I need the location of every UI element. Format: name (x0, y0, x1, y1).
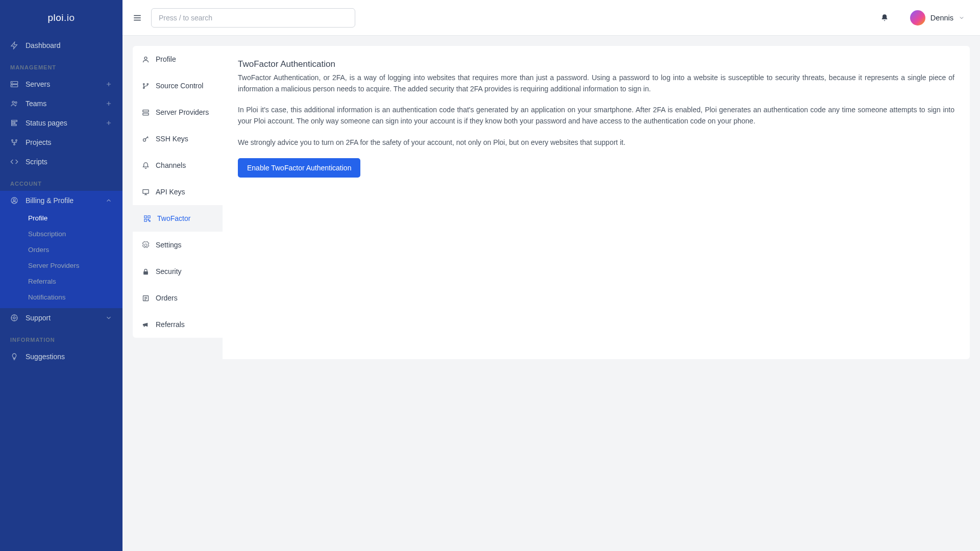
sec-item-twofactor[interactable]: TwoFactor (133, 205, 223, 232)
svg-point-16 (147, 83, 149, 85)
sidebar-item-label: Suggestions (26, 353, 65, 361)
chevron-down-icon (105, 314, 112, 321)
intro-paragraph-1: TwoFactor Authentication, or 2FA, is a w… (238, 72, 954, 94)
user-icon (142, 56, 150, 63)
sub-item-notifications[interactable]: Notifications (0, 289, 122, 305)
dashboard-icon (10, 41, 18, 49)
sec-item-label: Channels (156, 161, 186, 169)
sec-item-label: Source Control (156, 82, 203, 90)
avatar (910, 10, 925, 26)
qrcode-icon (143, 215, 151, 222)
sidebar-item-status-pages[interactable]: Status pages (0, 113, 122, 133)
svg-point-13 (144, 57, 147, 59)
svg-point-3 (12, 86, 13, 86)
sec-item-channels[interactable]: Channels (133, 152, 223, 179)
users-icon (10, 99, 18, 108)
chevron-up-icon (105, 197, 112, 204)
chevron-down-icon (959, 15, 965, 21)
logo-text-2: .io (64, 12, 75, 23)
sub-item-server-providers[interactable]: Server Providers (0, 258, 122, 273)
sec-item-label: Security (156, 267, 182, 276)
username: Dennis (930, 14, 953, 22)
enable-2fa-button[interactable]: Enable TwoFactor Authentication (238, 158, 360, 178)
sidebar-item-servers[interactable]: Servers (0, 74, 122, 94)
sidebar-item-scripts[interactable]: Scripts (0, 152, 122, 171)
svg-rect-17 (143, 110, 149, 112)
lock-icon (142, 268, 150, 276)
intro-paragraph-3: We strongly advice you to turn on 2FA fo… (238, 137, 954, 148)
logo[interactable]: ploi.io (0, 0, 122, 36)
sidebar-item-dashboard[interactable]: Dashboard (0, 36, 122, 55)
status-icon (10, 119, 18, 127)
support-icon (10, 314, 18, 322)
sec-item-security[interactable]: Security (133, 258, 223, 285)
intro-paragraph-2: In Ploi it's case, this additional infor… (238, 105, 954, 127)
billing-sub-items: Profile Subscription Orders Server Provi… (0, 210, 122, 308)
user-menu[interactable]: Dennis (910, 10, 965, 26)
git-branch-icon (142, 82, 150, 90)
sec-item-api-keys[interactable]: API Keys (133, 179, 223, 205)
svg-point-14 (143, 83, 145, 85)
svg-rect-20 (143, 189, 149, 193)
sec-item-orders[interactable]: Orders (133, 285, 223, 311)
svg-rect-18 (143, 113, 149, 115)
sec-item-ssh-keys[interactable]: SSH Keys (133, 126, 223, 152)
svg-point-2 (12, 83, 13, 83)
section-account: ACCOUNT (0, 171, 122, 191)
svg-point-15 (143, 87, 145, 89)
lightbulb-icon (10, 353, 18, 361)
svg-rect-22 (148, 215, 150, 217)
sidebar-item-billing-profile[interactable]: Billing & Profile (0, 191, 122, 210)
sec-item-source-control[interactable]: Source Control (133, 72, 223, 99)
server-icon (142, 109, 150, 116)
logo-text-1: ploi (47, 12, 64, 23)
secondary-sidebar: Profile Source Control Server Providers … (133, 46, 223, 338)
svg-point-12 (13, 317, 15, 319)
content-row: Profile Source Control Server Providers … (122, 36, 980, 551)
sidebar-item-support[interactable]: Support (0, 308, 122, 328)
list-icon (142, 294, 150, 302)
sidebar-item-suggestions[interactable]: Suggestions (0, 347, 122, 366)
section-management: MANAGEMENT (0, 55, 122, 74)
monitor-icon (142, 188, 150, 196)
sidebar-item-projects[interactable]: Projects (0, 133, 122, 152)
svg-point-6 (12, 140, 13, 141)
sec-item-label: Referrals (156, 320, 185, 329)
code-icon (10, 158, 18, 166)
user-circle-icon (10, 196, 18, 205)
sec-item-label: Settings (156, 241, 182, 249)
sidebar-item-label: Scripts (26, 158, 47, 166)
sidebar-item-label: Teams (26, 99, 46, 108)
sub-item-profile[interactable]: Profile (0, 210, 122, 226)
search-input[interactable] (151, 8, 355, 28)
sec-item-server-providers[interactable]: Server Providers (133, 99, 223, 126)
svg-rect-21 (144, 215, 146, 217)
key-icon (142, 135, 150, 143)
svg-rect-23 (144, 219, 146, 221)
svg-rect-24 (143, 271, 148, 274)
sec-item-settings[interactable]: Settings (133, 232, 223, 258)
plus-icon[interactable] (105, 81, 112, 88)
page-title: TwoFactor Authentication (238, 59, 954, 69)
sub-item-orders[interactable]: Orders (0, 242, 122, 258)
sec-item-profile[interactable]: Profile (133, 46, 223, 72)
sec-item-label: API Keys (156, 188, 185, 196)
sec-item-label: TwoFactor (157, 214, 190, 222)
svg-point-8 (14, 144, 15, 145)
sec-item-label: Profile (156, 55, 176, 63)
sidebar-item-label: Dashboard (26, 41, 61, 49)
bell-icon[interactable] (880, 14, 889, 22)
sec-item-label: Orders (156, 294, 178, 302)
sec-item-referrals[interactable]: Referrals (133, 311, 223, 338)
sub-item-subscription[interactable]: Subscription (0, 226, 122, 242)
svg-point-5 (15, 102, 17, 103)
menu-toggle-icon[interactable] (133, 13, 142, 22)
right-area: Dennis Profile Source Control Server Pro… (122, 0, 980, 551)
plus-icon[interactable] (105, 119, 112, 127)
sidebar-item-label: Billing & Profile (26, 196, 74, 205)
sub-item-referrals[interactable]: Referrals (0, 273, 122, 289)
sidebar-item-teams[interactable]: Teams (0, 94, 122, 113)
plus-icon[interactable] (105, 100, 112, 107)
server-icon (10, 80, 18, 88)
projects-icon (10, 138, 18, 146)
